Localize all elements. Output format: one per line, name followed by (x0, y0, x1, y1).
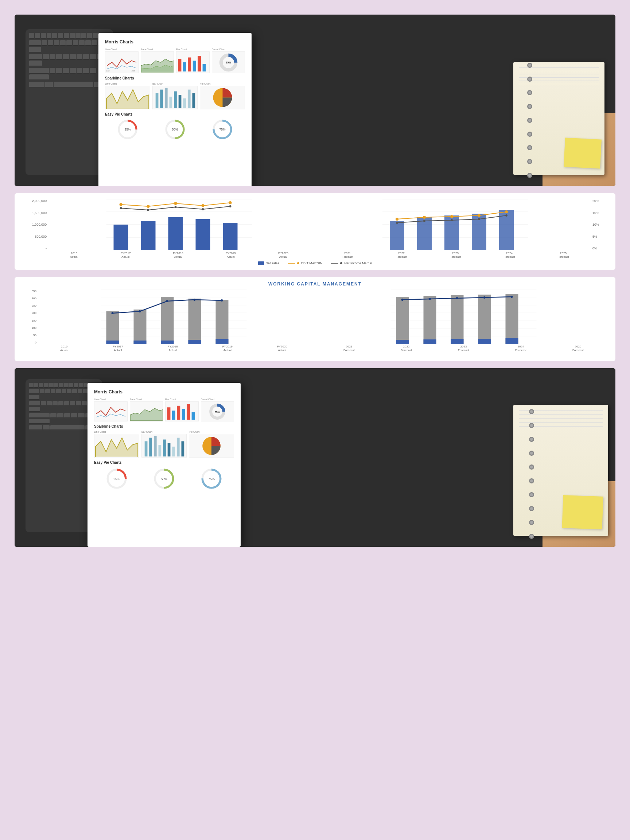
svg-point-66 (478, 214, 480, 217)
svg-point-95 (221, 299, 223, 302)
svg-point-45 (174, 202, 177, 205)
svg-rect-21 (188, 90, 191, 108)
y-label: 500,000 (35, 235, 47, 238)
svg-rect-88 (161, 341, 174, 344)
svg-point-50 (175, 206, 177, 208)
svg-point-94 (194, 298, 196, 301)
section-2-financial: 2,000,000 1,500,000 1,000,000 500,000 - (14, 193, 616, 270)
svg-rect-109 (396, 340, 409, 344)
legend-net-sales: Net sales (258, 261, 279, 265)
sparkline-label: Sparkline Charts (105, 76, 245, 80)
svg-rect-81 (106, 311, 119, 344)
svg-rect-111 (451, 339, 464, 344)
svg-rect-138 (181, 441, 184, 456)
svg-text:25%: 25% (124, 128, 131, 131)
notebook-spiral (524, 58, 535, 182)
svg-rect-112 (478, 339, 491, 344)
legend-net-sales-label: Net sales (266, 261, 279, 265)
svg-rect-113 (506, 338, 518, 344)
y-axis-right-forecast: 20% 15% 10% 5% 0% (590, 199, 607, 250)
svg-rect-14 (156, 93, 159, 108)
x-axis-wc-right: 2021Forecast 2022Forecast 2023Forecast 2… (321, 345, 607, 352)
svg-rect-104 (396, 297, 409, 344)
svg-rect-7 (193, 61, 196, 72)
y-label: 1,500,000 (32, 211, 47, 215)
svg-rect-9 (203, 64, 206, 71)
sparkline-pie-label: Pie Chart (200, 82, 245, 85)
svg-rect-87 (134, 341, 147, 344)
svg-rect-15 (160, 90, 163, 108)
svg-point-51 (202, 208, 204, 210)
y-label: 1,000,000 (32, 223, 47, 226)
y-label: 5% (592, 235, 597, 238)
svg-rect-38 (114, 224, 128, 250)
svg-rect-22 (192, 93, 195, 108)
svg-rect-86 (106, 341, 119, 344)
svg-text:75%: 75% (219, 128, 226, 131)
morris-charts-title: Morris Charts (105, 39, 245, 44)
svg-point-115 (429, 298, 431, 300)
svg-rect-19 (178, 95, 182, 108)
svg-point-52 (229, 205, 232, 207)
svg-rect-124 (187, 404, 190, 420)
svg-rect-84 (188, 298, 201, 344)
svg-text:75%: 75% (208, 477, 215, 480)
svg-rect-135 (168, 443, 171, 456)
svg-rect-59 (417, 217, 432, 250)
line-chart-label: Line Chart (105, 48, 139, 51)
svg-point-91 (112, 312, 114, 314)
svg-rect-83 (161, 297, 174, 344)
section-1-photo: Morris Charts Line Chart 2014 2018 Area … (14, 14, 616, 186)
svg-point-93 (166, 300, 169, 302)
svg-point-63 (396, 218, 398, 221)
svg-point-92 (139, 310, 141, 313)
svg-rect-18 (174, 92, 177, 109)
legend-ebit: EBIT MARGIN (288, 261, 322, 265)
svg-text:25%: 25% (114, 477, 120, 480)
svg-rect-8 (197, 56, 201, 71)
x-axis-forecast: 2021Forecast 2022Forecast 2023Forecast 2… (321, 251, 607, 259)
working-capital-chart-right: 2021Forecast 2022Forecast 2023Forecast 2… (321, 289, 607, 357)
y-axis-left-historical: 2,000,000 1,500,000 1,000,000 500,000 - (23, 199, 49, 250)
sparkline-bar-label: Bar Chart (152, 82, 197, 85)
svg-point-46 (202, 204, 205, 207)
svg-rect-41 (196, 219, 210, 250)
y-label: 15% (592, 211, 599, 215)
svg-rect-40 (169, 217, 183, 250)
svg-rect-85 (216, 300, 229, 344)
svg-point-65 (450, 215, 453, 218)
svg-rect-136 (172, 447, 175, 456)
area-chart-label: Area Chart (141, 48, 174, 51)
svg-rect-132 (154, 436, 157, 456)
svg-rect-82 (134, 309, 147, 344)
section-3-working-capital: WORKING CAPITAL MANAGEMENT 350 300 250 2… (14, 277, 616, 361)
svg-point-70 (451, 219, 453, 221)
svg-rect-16 (165, 88, 168, 108)
svg-point-44 (147, 205, 150, 208)
svg-rect-17 (169, 96, 172, 108)
svg-rect-106 (451, 295, 464, 344)
y-label: 0% (592, 246, 597, 250)
svg-point-117 (483, 297, 486, 298)
svg-marker-13 (106, 90, 149, 109)
svg-point-48 (120, 207, 122, 209)
chart-forecast: 20% 15% 10% 5% 0% 2021Forecast 2022Forec… (321, 199, 607, 259)
working-capital-chart-left: 350 300 250 200 150 100 50 0 (23, 289, 309, 357)
chart-paper-1: Morris Charts Line Chart 2014 2018 Area … (98, 33, 251, 186)
chart-paper-2: Morris Charts Line Chart Area Chart (87, 383, 241, 547)
svg-text:2014: 2014 (106, 70, 110, 72)
svg-point-67 (505, 210, 508, 213)
svg-rect-105 (424, 296, 436, 344)
chart-historical: 2,000,000 1,500,000 1,000,000 500,000 - (23, 199, 309, 259)
svg-point-118 (511, 296, 513, 298)
svg-point-72 (505, 215, 507, 216)
bar-chart-label: Bar Chart (176, 48, 210, 51)
svg-rect-133 (158, 445, 161, 456)
svg-point-69 (423, 220, 425, 222)
svg-point-43 (120, 203, 123, 206)
y-label: 20% (592, 199, 599, 203)
svg-text:25%: 25% (215, 411, 220, 414)
svg-rect-108 (506, 294, 518, 344)
sparkline-line-label: Line Chart (105, 82, 150, 85)
svg-point-64 (423, 216, 426, 219)
